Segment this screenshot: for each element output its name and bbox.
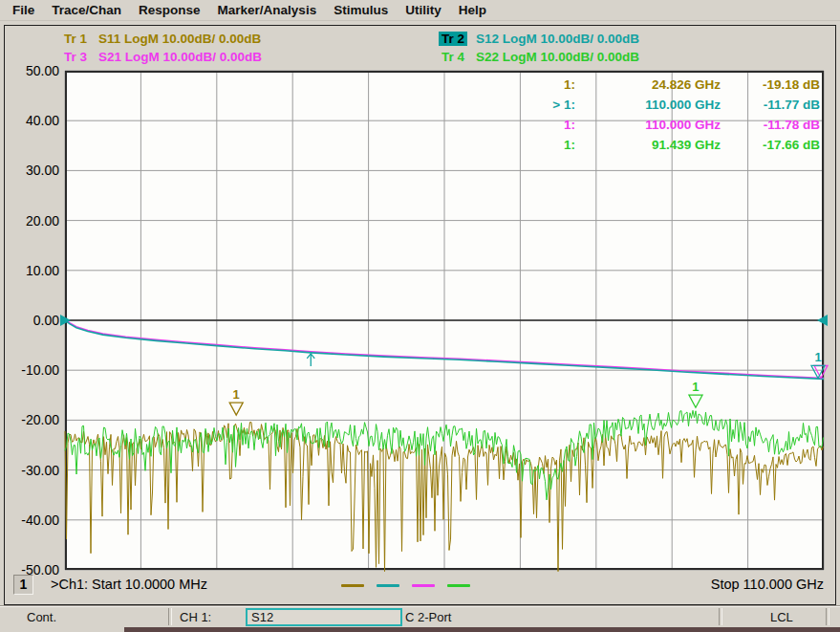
- bottom-edge-strip: [124, 627, 840, 632]
- marker-frequency: 110.000 GHz: [575, 118, 721, 132]
- marker-number: > 1:: [529, 98, 575, 112]
- marker-number: 1:: [529, 77, 575, 92]
- trace-color-dash-s12: [377, 584, 399, 587]
- svg-text:1: 1: [233, 387, 240, 402]
- marker-value: -11.77 dB: [721, 98, 820, 112]
- menu-file[interactable]: File: [4, 1, 43, 19]
- menu-marker-analysis[interactable]: Marker/Analysis: [209, 1, 326, 19]
- status-bar: Cont. CH 1: S12 C 2-Port LCL: [0, 605, 840, 628]
- trace4-label: Tr 4: [439, 50, 467, 64]
- marker-value: -17.66 dB: [721, 138, 820, 152]
- trace-color-key: [341, 584, 470, 587]
- marker-frequency: 24.826 GHz: [575, 77, 721, 92]
- trace3-params: S21 LogM 10.00dB/ 0.00dB: [98, 50, 262, 64]
- y-axis-label: -40.00: [21, 512, 59, 528]
- menu-response[interactable]: Response: [130, 1, 209, 19]
- trace1-params: S11 LogM 10.00dB/ 0.00dB: [98, 32, 261, 46]
- y-axis-label: -30.00: [21, 463, 59, 478]
- marker-readout-s22: 1: 91.439 GHz -17.66 dB: [529, 138, 820, 152]
- marker-number: 1:: [529, 118, 575, 132]
- sweep-status: Cont.: [27, 610, 56, 624]
- menu-utility[interactable]: Utility: [397, 1, 450, 19]
- sweep-start-label: >Ch1: Start 10.0000 MHz: [51, 577, 207, 592]
- legend-trace-3[interactable]: Tr 3 S21 LogM 10.00dB/ 0.00dB: [61, 50, 262, 64]
- cal-status: C 2-Port: [405, 610, 451, 624]
- menu-stimulus[interactable]: Stimulus: [325, 1, 397, 19]
- channel-badge[interactable]: 1: [13, 575, 33, 595]
- trace4-params: S22 LogM 10.00dB/ 0.00dB: [476, 50, 639, 64]
- y-axis-label: 20.00: [26, 213, 59, 229]
- statusbar-separator: [719, 608, 722, 625]
- trace1-label: Tr 1: [61, 32, 90, 46]
- trace-annotation-arrow: [307, 354, 314, 366]
- marker-s11: 1: [229, 387, 243, 415]
- marker-readout-s12: > 1: 110.000 GHz -11.77 dB: [529, 98, 820, 112]
- marker-value: -19.18 dB: [721, 77, 820, 92]
- marker-number: 1:: [529, 138, 575, 152]
- sweep-stop-label: Stop 110.000 GHz: [711, 577, 824, 592]
- marker-readout-s11: 1: 24.826 GHz -19.18 dB: [529, 77, 820, 92]
- legend-trace-1[interactable]: Tr 1 S11 LogM 10.00dB/ 0.00dB: [61, 32, 261, 46]
- remote-status: LCL: [770, 610, 793, 624]
- trace-color-dash-s22: [447, 584, 470, 587]
- svg-text:1: 1: [692, 380, 699, 394]
- menu-help[interactable]: Help: [450, 1, 495, 19]
- y-axis-label: -10.00: [21, 362, 59, 378]
- trace2-label: Tr 2: [439, 32, 467, 46]
- trace2-params: S12 LogM 10.00dB/ 0.00dB: [476, 32, 639, 46]
- trace-color-dash-s11: [341, 584, 364, 587]
- marker-frequency: 110.000 GHz: [575, 98, 721, 112]
- trace-color-dash-s21: [412, 584, 435, 587]
- menu-bar: File Trace/Chan Response Marker/Analysis…: [0, 0, 840, 21]
- y-axis-label: 30.00: [26, 163, 59, 178]
- statusbar-separator: [826, 608, 829, 625]
- legend-trace-4[interactable]: Tr 4 S22 LogM 10.00dB/ 0.00dB: [439, 50, 639, 64]
- y-axis-label: 40.00: [26, 113, 59, 128]
- menu-trace-chan[interactable]: Trace/Chan: [43, 1, 130, 19]
- marker-s22: 1: [689, 380, 702, 407]
- measurement-field[interactable]: S12: [246, 608, 402, 626]
- marker-readout-s21: 1: 110.000 GHz -11.78 dB: [529, 118, 820, 132]
- y-axis-label: -20.00: [21, 412, 59, 427]
- y-axis-label: 10.00: [26, 263, 59, 278]
- channel-label: CH 1:: [180, 610, 211, 624]
- trace3-label: Tr 3: [61, 50, 90, 64]
- y-axis-label: 0.00: [33, 313, 59, 328]
- svg-text:1: 1: [814, 350, 821, 364]
- y-axis-label: 50.00: [26, 63, 59, 78]
- marker-frequency: 91.439 GHz: [575, 138, 721, 152]
- statusbar-separator: [168, 608, 172, 625]
- legend-trace-2-active[interactable]: Tr 2 S12 LogM 10.00dB/ 0.00dB: [439, 32, 639, 46]
- display-area: Tr 1 S11 LogM 10.00dB/ 0.00dB Tr 3 S21 L…: [4, 25, 836, 605]
- marker-value: -11.78 dB: [721, 118, 820, 132]
